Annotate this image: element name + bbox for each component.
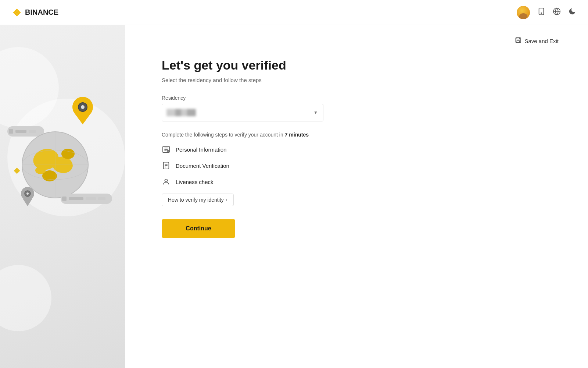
- left-decorative-panel: [0, 25, 125, 368]
- svg-point-1: [541, 13, 542, 14]
- liveness-check-label: Liveness check: [176, 179, 214, 185]
- svg-rect-24: [62, 197, 67, 201]
- save-exit-icon: [515, 37, 521, 45]
- step-document-verification: Document Verification: [162, 161, 327, 170]
- header: BINANCE: [0, 0, 588, 25]
- main-layout: Save and Exit Let's get you verified Sel…: [0, 25, 588, 368]
- document-verification-icon: [162, 161, 171, 170]
- svg-marker-19: [75, 114, 90, 124]
- residency-dropdown[interactable]: ▼: [162, 104, 323, 121]
- steps-description-prefix: Complete the following steps to verify y…: [162, 132, 285, 138]
- chevron-right-icon: ›: [226, 197, 227, 202]
- logo-text: BINANCE: [25, 8, 58, 17]
- svg-point-38: [165, 179, 167, 182]
- header-icons: [517, 6, 576, 19]
- svg-rect-33: [167, 150, 169, 152]
- main-content: Let's get you verified Select the reside…: [125, 25, 327, 260]
- svg-rect-0: [539, 8, 544, 15]
- save-exit-label: Save and Exit: [524, 38, 559, 44]
- deco-circle-3: [0, 265, 51, 331]
- svg-rect-26: [86, 197, 96, 200]
- right-content-panel: Save and Exit Let's get you verified Sel…: [125, 25, 588, 368]
- user-avatar[interactable]: [517, 6, 530, 19]
- personal-info-icon: [162, 145, 171, 154]
- svg-marker-23: [23, 199, 32, 206]
- page-subtitle: Select the residency and follow the step…: [162, 77, 327, 83]
- liveness-check-icon: [162, 177, 171, 186]
- svg-point-11: [35, 167, 46, 174]
- continue-button[interactable]: Continue: [162, 219, 235, 238]
- flag-placeholder: [166, 109, 196, 116]
- binance-logo-icon: [12, 7, 22, 18]
- globe-icon[interactable]: [553, 7, 561, 17]
- svg-point-18: [81, 105, 85, 109]
- logo[interactable]: BINANCE: [12, 7, 58, 18]
- tablet-icon[interactable]: [537, 7, 545, 17]
- steps-description: Complete the following steps to verify y…: [162, 132, 327, 138]
- deco-pill-2: [61, 194, 112, 204]
- page-title: Let's get you verified: [162, 58, 327, 72]
- svg-rect-25: [69, 197, 83, 200]
- residency-select-wrapper: ▼: [162, 104, 327, 121]
- steps-time: 7 minutes: [285, 132, 309, 138]
- svg-rect-27: [98, 197, 105, 200]
- location-pin-bottom: [20, 187, 35, 208]
- verify-identity-label: How to verify my identity: [168, 197, 224, 203]
- save-exit-button[interactable]: Save and Exit: [515, 37, 559, 45]
- step-personal-info: Personal Information: [162, 145, 327, 154]
- svg-point-10: [61, 149, 75, 159]
- verify-identity-link[interactable]: How to verify my identity ›: [162, 194, 234, 206]
- document-verification-label: Document Verification: [176, 163, 229, 169]
- residency-label: Residency: [162, 95, 327, 101]
- svg-point-22: [26, 192, 29, 195]
- dropdown-arrow-icon: ▼: [313, 110, 318, 115]
- location-pin-top: [72, 97, 94, 126]
- dark-mode-icon[interactable]: [568, 7, 576, 17]
- step-liveness-check: Liveness check: [162, 177, 327, 186]
- svg-rect-3: [9, 129, 13, 134]
- svg-rect-28: [516, 38, 521, 43]
- personal-info-label: Personal Information: [176, 146, 226, 153]
- continue-label: Continue: [186, 225, 211, 232]
